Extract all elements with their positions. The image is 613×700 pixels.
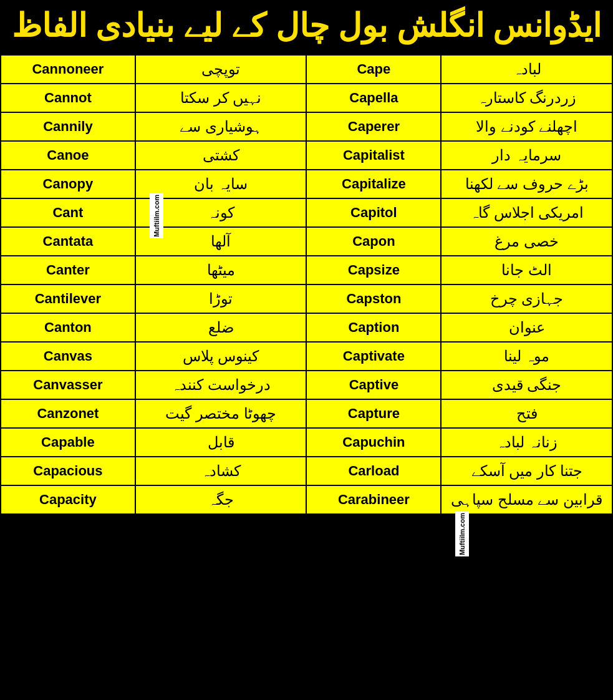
english-word-2: Caperer [306, 112, 441, 141]
urdu-meaning-1: ضلع [135, 313, 307, 342]
english-word-2: Captivate [306, 342, 441, 371]
table-row: Canvasser درخواست کنندہ Captive جنگی قید… [1, 371, 612, 399]
urdu-meaning-2: الٹ جانا [441, 256, 612, 284]
english-word-2: Capsize [306, 256, 441, 284]
urdu-meaning-2: سرمایہ دار [441, 141, 612, 170]
header: ایڈوانس انگلش بول چال کے لیے بنیادی الفا… [0, 0, 613, 54]
watermark-right: Muftiilm.com [455, 512, 469, 515]
urdu-meaning-2: زردرنگ کاستارہ [441, 84, 612, 112]
table-row: Cannoneer توپچی Cape لبادہ [1, 55, 612, 84]
table-row: Capacious کشادہ Carload جتنا کار میں آسک… [1, 457, 612, 485]
urdu-meaning-1: درخواست کنندہ [135, 371, 307, 399]
urdu-meaning-2: فتح [441, 399, 612, 428]
urdu-meaning-1: قابل [135, 428, 307, 457]
english-word-1: Canton [1, 313, 135, 342]
english-word-2: Capitalize [306, 170, 441, 198]
english-word-2: Capston [306, 284, 441, 313]
english-word-1: Capacious [1, 457, 135, 485]
urdu-meaning-2: جتنا کار میں آسکے [441, 457, 612, 485]
vocabulary-table: Cannoneer توپچی Cape لبادہ Cannot نہیں ک… [0, 54, 613, 515]
header-title: ایڈوانس انگلش بول چال کے لیے بنیادی الفا… [3, 6, 610, 45]
table-row: Canvas کینوس پلاس Captivate موہ لینا [1, 342, 612, 371]
table-row: Capacity جگہ Carabineer قرابین سے مسلح س… [1, 485, 612, 514]
english-word-1: Cantilever [1, 284, 135, 313]
urdu-meaning-2: لبادہ [441, 55, 612, 84]
urdu-meaning-1: نہیں کر سکتا [135, 84, 307, 112]
english-word-1: Cannoneer [1, 55, 135, 84]
table-row: Canzonet چھوٹا مختصر گیت Capture فتح [1, 399, 612, 428]
english-word-2: Capella [306, 84, 441, 112]
english-word-2: Caption [306, 313, 441, 342]
english-word-1: Cannily [1, 112, 135, 141]
urdu-meaning-1: میٹھا [135, 256, 307, 284]
english-word-1: Capacity [1, 485, 135, 514]
urdu-meaning-2: خصی مرغ [441, 227, 612, 256]
english-word-2: Capitalist [306, 141, 441, 170]
urdu-meaning-2: امریکی اجلاس گاہ [441, 198, 612, 227]
english-word-2: Capitol [306, 198, 441, 227]
table-row: Canter میٹھا Capsize الٹ جانا [1, 256, 612, 284]
english-word-1: Canvasser [1, 371, 135, 399]
urdu-meaning-1: کشادہ [135, 457, 307, 485]
english-word-1: Cant [1, 198, 135, 227]
table-wrapper: Cannoneer توپچی Cape لبادہ Cannot نہیں ک… [0, 54, 613, 515]
table-row: Cant کونہ Capitol امریکی اجلاس گاہ [1, 198, 612, 227]
english-word-1: Canter [1, 256, 135, 284]
english-word-2: Carabineer [306, 485, 441, 514]
english-word-2: Captive [306, 371, 441, 399]
table-row: Cantilever توڑا Capston جہازی چرخ [1, 284, 612, 313]
urdu-meaning-2: جہازی چرخ [441, 284, 612, 313]
urdu-meaning-1: توڑا [135, 284, 307, 313]
table-row: Canopy سایہ بان Capitalize بڑے حروف سے ل… [1, 170, 612, 198]
urdu-meaning-1: کشتی [135, 141, 307, 170]
english-word-1: Cannot [1, 84, 135, 112]
english-word-1: Canoe [1, 141, 135, 170]
urdu-meaning-2: عنوان [441, 313, 612, 342]
urdu-meaning-1: ہوشیاری سے [135, 112, 307, 141]
urdu-meaning-1: جگہ [135, 485, 307, 514]
english-word-2: Carload [306, 457, 441, 485]
urdu-meaning-2: بڑے حروف سے لکھنا [441, 170, 612, 198]
watermark-left: Muftiilm.com [150, 193, 163, 238]
table-row: Canton ضلع Caption عنوان [1, 313, 612, 342]
table-row: Cannot نہیں کر سکتا Capella زردرنگ کاستا… [1, 84, 612, 112]
english-word-2: Cape [306, 55, 441, 84]
table-row: Cantata آلھا Capon خصی مرغ [1, 227, 612, 256]
english-word-1: Capable [1, 428, 135, 457]
english-word-1: Canzonet [1, 399, 135, 428]
english-word-2: Capon [306, 227, 441, 256]
urdu-meaning-2: جنگی قیدی [441, 371, 612, 399]
urdu-meaning-2: موہ لینا [441, 342, 612, 371]
urdu-meaning-1: کینوس پلاس [135, 342, 307, 371]
english-word-1: Cantata [1, 227, 135, 256]
urdu-meaning-1: چھوٹا مختصر گیت [135, 399, 307, 428]
english-word-1: Canvas [1, 342, 135, 371]
urdu-meaning-1: توپچی [135, 55, 307, 84]
urdu-meaning-2: قرابین سے مسلح سپاہی [441, 485, 612, 514]
table-row: Canoe کشتی Capitalist سرمایہ دار [1, 141, 612, 170]
table-row: Capable قابل Capuchin زنانہ لبادہ [1, 428, 612, 457]
urdu-meaning-2: زنانہ لبادہ [441, 428, 612, 457]
english-word-2: Capuchin [306, 428, 441, 457]
urdu-meaning-2: اچھلنے کودنے والا [441, 112, 612, 141]
english-word-2: Capture [306, 399, 441, 428]
table-row: Cannily ہوشیاری سے Caperer اچھلنے کودنے … [1, 112, 612, 141]
english-word-1: Canopy [1, 170, 135, 198]
